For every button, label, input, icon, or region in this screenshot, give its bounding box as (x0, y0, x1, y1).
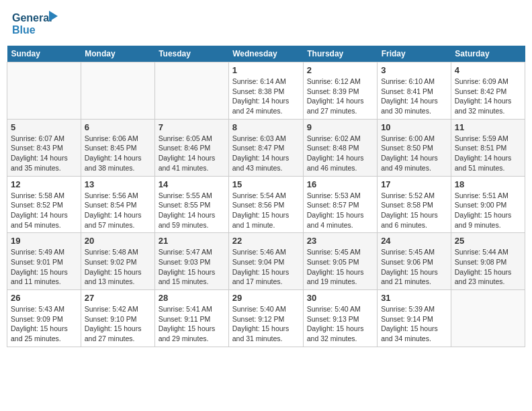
day-info: Sunrise: 5:51 AM Sunset: 9:00 PM Dayligh… (455, 191, 521, 230)
weekday-header: Saturday (451, 46, 525, 62)
calendar-cell: 1Sunrise: 6:14 AM Sunset: 8:38 PM Daylig… (228, 62, 303, 120)
day-number: 25 (455, 236, 521, 246)
calendar-cell: 2Sunrise: 6:12 AM Sunset: 8:39 PM Daylig… (303, 62, 377, 120)
day-info: Sunrise: 5:48 AM Sunset: 9:02 PM Dayligh… (85, 247, 151, 287)
day-info: Sunrise: 5:56 AM Sunset: 8:54 PM Dayligh… (85, 191, 151, 230)
day-info: Sunrise: 5:58 AM Sunset: 8:52 PM Dayligh… (11, 191, 77, 230)
day-info: Sunrise: 5:39 AM Sunset: 9:14 PM Dayligh… (381, 304, 447, 344)
calendar-cell: 27Sunrise: 5:42 AM Sunset: 9:10 PM Dayli… (81, 290, 154, 347)
svg-text:General: General (12, 12, 52, 24)
svg-text:Blue: Blue (12, 24, 36, 36)
day-number: 11 (455, 122, 521, 132)
day-number: 3 (381, 65, 447, 75)
calendar-cell (81, 62, 154, 120)
day-number: 7 (159, 122, 225, 132)
day-info: Sunrise: 6:00 AM Sunset: 8:50 PM Dayligh… (381, 134, 447, 173)
day-number: 24 (381, 236, 447, 246)
calendar-cell: 11Sunrise: 5:59 AM Sunset: 8:51 PM Dayli… (451, 119, 525, 176)
day-info: Sunrise: 6:12 AM Sunset: 8:39 PM Dayligh… (307, 77, 373, 116)
calendar-cell: 22Sunrise: 5:46 AM Sunset: 9:04 PM Dayli… (228, 233, 303, 290)
day-number: 27 (85, 293, 151, 303)
day-info: Sunrise: 5:45 AM Sunset: 9:06 PM Dayligh… (381, 247, 447, 287)
day-info: Sunrise: 6:03 AM Sunset: 8:47 PM Dayligh… (232, 134, 300, 173)
day-number: 9 (307, 122, 373, 132)
calendar-cell: 28Sunrise: 5:41 AM Sunset: 9:11 PM Dayli… (154, 290, 228, 347)
day-number: 1 (232, 65, 300, 75)
day-info: Sunrise: 5:41 AM Sunset: 9:11 PM Dayligh… (159, 304, 225, 344)
calendar-cell: 5Sunrise: 6:07 AM Sunset: 8:43 PM Daylig… (7, 119, 81, 176)
calendar-cell: 15Sunrise: 5:54 AM Sunset: 8:56 PM Dayli… (228, 176, 303, 233)
weekday-header: Thursday (303, 46, 377, 62)
calendar-week-row: 5Sunrise: 6:07 AM Sunset: 8:43 PM Daylig… (7, 119, 525, 176)
calendar-week-row: 26Sunrise: 5:43 AM Sunset: 9:09 PM Dayli… (7, 290, 525, 347)
calendar-cell: 4Sunrise: 6:09 AM Sunset: 8:42 PM Daylig… (451, 62, 525, 120)
day-number: 6 (85, 122, 151, 132)
calendar-cell: 9Sunrise: 6:02 AM Sunset: 8:48 PM Daylig… (303, 119, 377, 176)
calendar-header-row: SundayMondayTuesdayWednesdayThursdayFrid… (7, 46, 525, 62)
calendar-cell (7, 62, 81, 120)
calendar-cell: 12Sunrise: 5:58 AM Sunset: 8:52 PM Dayli… (7, 176, 81, 233)
day-number: 10 (381, 122, 447, 132)
day-number: 29 (232, 293, 300, 303)
calendar-cell (451, 290, 525, 347)
calendar-cell: 24Sunrise: 5:45 AM Sunset: 9:06 PM Dayli… (378, 233, 451, 290)
day-info: Sunrise: 6:05 AM Sunset: 8:46 PM Dayligh… (159, 134, 225, 173)
calendar-cell: 21Sunrise: 5:47 AM Sunset: 9:03 PM Dayli… (154, 233, 228, 290)
calendar-cell: 10Sunrise: 6:00 AM Sunset: 8:50 PM Dayli… (378, 119, 451, 176)
day-number: 22 (232, 236, 300, 246)
day-number: 4 (455, 65, 521, 75)
day-number: 21 (159, 236, 225, 246)
day-info: Sunrise: 5:53 AM Sunset: 8:57 PM Dayligh… (307, 191, 373, 230)
day-number: 8 (232, 122, 300, 132)
calendar-cell: 23Sunrise: 5:45 AM Sunset: 9:05 PM Dayli… (303, 233, 377, 290)
calendar-cell: 18Sunrise: 5:51 AM Sunset: 9:00 PM Dayli… (451, 176, 525, 233)
day-info: Sunrise: 5:47 AM Sunset: 9:03 PM Dayligh… (159, 247, 225, 287)
calendar-cell: 29Sunrise: 5:40 AM Sunset: 9:12 PM Dayli… (228, 290, 303, 347)
weekday-header: Sunday (7, 46, 81, 62)
calendar-cell (154, 62, 228, 120)
calendar-cell: 7Sunrise: 6:05 AM Sunset: 8:46 PM Daylig… (154, 119, 228, 176)
calendar-cell: 16Sunrise: 5:53 AM Sunset: 8:57 PM Dayli… (303, 176, 377, 233)
day-info: Sunrise: 5:54 AM Sunset: 8:56 PM Dayligh… (232, 191, 300, 230)
day-info: Sunrise: 5:55 AM Sunset: 8:55 PM Dayligh… (159, 191, 225, 230)
day-number: 19 (11, 236, 77, 246)
day-info: Sunrise: 6:09 AM Sunset: 8:42 PM Dayligh… (455, 77, 521, 116)
day-info: Sunrise: 5:40 AM Sunset: 9:13 PM Dayligh… (307, 304, 373, 344)
calendar-week-row: 19Sunrise: 5:49 AM Sunset: 9:01 PM Dayli… (7, 233, 525, 290)
day-info: Sunrise: 5:46 AM Sunset: 9:04 PM Dayligh… (232, 247, 300, 287)
day-number: 17 (381, 179, 447, 189)
day-number: 13 (85, 179, 151, 189)
weekday-header: Wednesday (228, 46, 303, 62)
day-number: 15 (232, 179, 300, 189)
day-number: 31 (381, 293, 447, 303)
calendar-cell: 14Sunrise: 5:55 AM Sunset: 8:55 PM Dayli… (154, 176, 228, 233)
weekday-header: Friday (378, 46, 451, 62)
weekday-header: Monday (81, 46, 154, 62)
calendar-cell: 26Sunrise: 5:43 AM Sunset: 9:09 PM Dayli… (7, 290, 81, 347)
svg-marker-1 (49, 11, 58, 21)
calendar-cell: 25Sunrise: 5:44 AM Sunset: 9:08 PM Dayli… (451, 233, 525, 290)
day-info: Sunrise: 5:42 AM Sunset: 9:10 PM Dayligh… (85, 304, 151, 344)
day-number: 5 (11, 122, 77, 132)
day-info: Sunrise: 5:45 AM Sunset: 9:05 PM Dayligh… (307, 247, 373, 287)
day-number: 20 (85, 236, 151, 246)
calendar-cell: 13Sunrise: 5:56 AM Sunset: 8:54 PM Dayli… (81, 176, 154, 233)
day-number: 30 (307, 293, 373, 303)
day-info: Sunrise: 5:44 AM Sunset: 9:08 PM Dayligh… (455, 247, 521, 287)
day-info: Sunrise: 5:59 AM Sunset: 8:51 PM Dayligh… (455, 134, 521, 173)
day-number: 14 (159, 179, 225, 189)
calendar-week-row: 1Sunrise: 6:14 AM Sunset: 8:38 PM Daylig… (7, 62, 525, 120)
calendar-week-row: 12Sunrise: 5:58 AM Sunset: 8:52 PM Dayli… (7, 176, 525, 233)
day-info: Sunrise: 6:10 AM Sunset: 8:41 PM Dayligh… (381, 77, 447, 116)
day-number: 12 (11, 179, 77, 189)
day-number: 26 (11, 293, 77, 303)
day-number: 16 (307, 179, 373, 189)
calendar-cell: 19Sunrise: 5:49 AM Sunset: 9:01 PM Dayli… (7, 233, 81, 290)
calendar-cell: 17Sunrise: 5:52 AM Sunset: 8:58 PM Dayli… (378, 176, 451, 233)
day-info: Sunrise: 6:07 AM Sunset: 8:43 PM Dayligh… (11, 134, 77, 173)
weekday-header: Tuesday (154, 46, 228, 62)
calendar-cell: 30Sunrise: 5:40 AM Sunset: 9:13 PM Dayli… (303, 290, 377, 347)
day-number: 23 (307, 236, 373, 246)
day-info: Sunrise: 6:06 AM Sunset: 8:45 PM Dayligh… (85, 134, 151, 173)
day-number: 28 (159, 293, 225, 303)
